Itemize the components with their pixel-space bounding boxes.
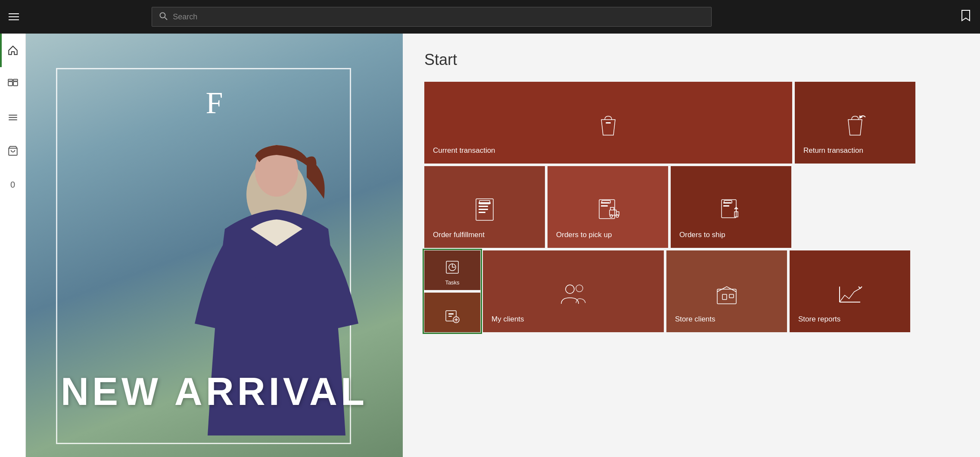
svg-rect-27 [723, 205, 729, 207]
sidebar-item-cart[interactable] [0, 134, 25, 168]
tiles-row-3: Tasks [424, 250, 958, 332]
svg-rect-38 [722, 294, 727, 300]
my-clients-icon [560, 280, 587, 309]
svg-rect-5 [13, 79, 18, 81]
brand-letter: F [205, 85, 223, 121]
svg-rect-32 [448, 313, 454, 315]
svg-rect-33 [448, 316, 452, 317]
tile-store-reports[interactable]: Store reports [790, 250, 910, 332]
tiles-row-1: Current transaction Return transaction [424, 82, 958, 164]
svg-line-1 [165, 17, 168, 20]
search-bar[interactable] [152, 7, 712, 27]
svg-rect-16 [479, 212, 485, 213]
svg-rect-22 [610, 210, 616, 215]
tile-orders-ship[interactable]: Orders to ship [671, 166, 791, 248]
sidebar-item-products[interactable] [0, 67, 25, 101]
svg-point-35 [566, 285, 574, 293]
tile-orders-pickup[interactable]: Orders to pick up [548, 166, 668, 248]
return-bag-icon [841, 111, 869, 140]
small-tiles-pair: Tasks [424, 250, 480, 332]
tile-label: Return transaction [803, 146, 863, 155]
tile-label: Orders to pick up [556, 231, 612, 239]
svg-rect-14 [479, 206, 488, 207]
tile-order-fulfillment[interactable]: Order fulfillment [424, 166, 545, 248]
tile-label: Current transaction [433, 146, 495, 155]
order-fulfillment-icon [471, 195, 498, 225]
svg-rect-39 [729, 294, 734, 298]
sidebar-item-menu[interactable] [0, 101, 25, 134]
menu-button[interactable] [9, 13, 19, 20]
tile-store-clients[interactable]: Store clients [666, 250, 787, 332]
start-title: Start [424, 51, 958, 69]
search-input[interactable] [173, 12, 704, 22]
orders-ship-icon [717, 195, 745, 225]
hero-area: F NEW ARRIVAL [26, 34, 403, 457]
topbar [0, 0, 980, 34]
tile-my-clients[interactable]: My clients [483, 250, 664, 332]
tile-current-transaction[interactable]: Current transaction [424, 82, 792, 164]
tile-label: Store reports [798, 315, 840, 324]
svg-rect-11 [606, 122, 611, 124]
start-panel: Start Current transaction [403, 34, 980, 457]
svg-rect-20 [601, 205, 608, 207]
shopping-bag-icon [594, 111, 622, 140]
tile-label: Store clients [675, 315, 716, 324]
orders-pickup-icon [594, 195, 622, 225]
search-icon [159, 12, 168, 22]
bookmark-icon[interactable] [960, 9, 971, 24]
tile-tasks-small[interactable]: Tasks [424, 250, 480, 290]
tile-label: Orders to ship [679, 231, 725, 239]
sidebar-item-zero[interactable]: 0 [0, 168, 25, 201]
svg-point-0 [160, 12, 165, 18]
tile-tasks-label: Tasks [445, 279, 459, 286]
store-clients-sub-icon [445, 308, 460, 325]
tile-store-clients-sub[interactable] [424, 293, 480, 332]
tile-label: My clients [492, 315, 524, 324]
svg-rect-15 [479, 209, 488, 210]
svg-rect-4 [8, 79, 12, 81]
svg-rect-3 [13, 82, 18, 86]
tile-label: Order fulfillment [433, 231, 485, 239]
store-clients-icon [713, 280, 740, 309]
tiles-container: Current transaction Return transaction [424, 82, 958, 332]
store-reports-icon [836, 280, 864, 309]
tasks-icon [445, 259, 460, 277]
hero-headline: NEW ARRIVAL [26, 370, 403, 414]
main-layout: 0 F NEW ARRIVAL [0, 34, 980, 457]
tile-return-transaction[interactable]: Return transaction [795, 82, 915, 164]
cart-count: 0 [10, 180, 15, 190]
tiles-row-2: Order fulfillment [424, 166, 958, 248]
sidebar: 0 [0, 34, 26, 457]
sidebar-item-home[interactable] [0, 34, 25, 67]
svg-rect-2 [8, 82, 12, 86]
svg-point-36 [576, 285, 583, 292]
